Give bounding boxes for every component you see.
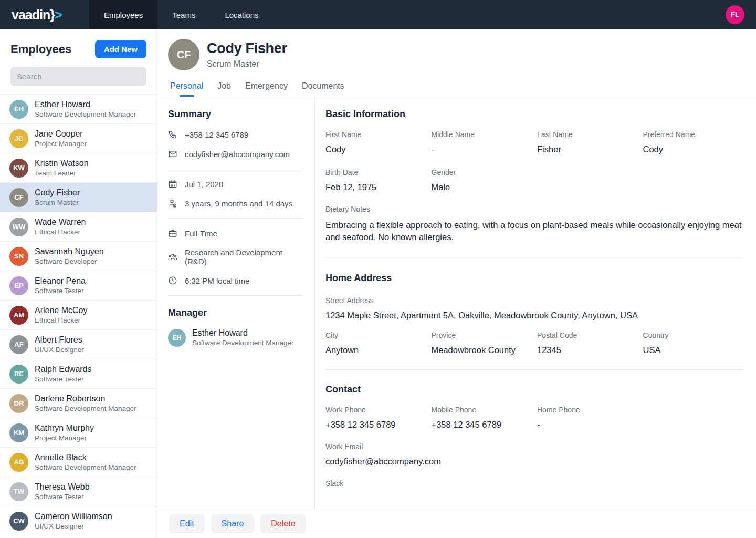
avatar: CW — [9, 512, 28, 531]
search-input[interactable] — [10, 67, 146, 86]
avatar: CF — [9, 188, 28, 207]
avatar: KW — [9, 159, 28, 178]
employee-list-item[interactable]: DR Darlene RobertsonSoftware Development… — [0, 388, 157, 418]
avatar: AF — [9, 335, 28, 354]
employee-list-item[interactable]: TW Theresa WebbSoftware Tester — [0, 477, 157, 506]
vaadin-logo[interactable]: vaadin}> — [0, 7, 89, 23]
avatar: EH — [9, 100, 28, 119]
nav-item-label: Teams — [172, 11, 195, 19]
tab-emergency[interactable]: Emergency — [245, 81, 288, 97]
summary-panel: Summary +358 12 345 6789 codyfisher@abcc… — [158, 97, 315, 509]
employee-list-item[interactable]: AB Annette BlackSoftware Development Man… — [0, 447, 157, 477]
manager-list-item[interactable]: EH Esther HowardSoftware Development Man… — [168, 328, 304, 348]
edit-button[interactable]: Edit — [169, 514, 205, 533]
field-label: Mobile Phone — [432, 406, 532, 414]
employee-list-item[interactable]: AM Arlene McCoyEthical Hacker — [0, 300, 157, 329]
field-value: - — [537, 420, 638, 430]
field-value: Male — [432, 182, 532, 192]
home-address-title: Home Address — [326, 273, 743, 284]
field-province: ProviceMeadowbrook County — [432, 331, 532, 355]
avatar: KM — [9, 423, 28, 442]
delete-button[interactable]: Delete — [260, 514, 306, 533]
employee-list: EH Esther HowardSoftware Development Man… — [0, 94, 157, 538]
summary-title: Summary — [168, 109, 304, 120]
employee-list-item[interactable]: EP Eleanor PenaSoftware Tester — [0, 271, 157, 300]
employee-name: Esther Howard — [35, 99, 136, 109]
employee-role: Project Manager — [35, 433, 94, 443]
action-bar: Edit Share Delete — [158, 509, 756, 538]
employee-name: Albert Flores — [35, 335, 84, 345]
summary-employment-type: Full-Time — [185, 229, 217, 238]
user-avatar[interactable]: FL — [726, 5, 744, 24]
field-label: City — [326, 331, 426, 339]
avatar: SN — [9, 247, 28, 266]
nav-item-label: Employees — [104, 11, 143, 19]
profile-role: Scrum Master — [207, 59, 287, 69]
add-new-button[interactable]: Add New — [95, 40, 146, 58]
divider — [168, 218, 304, 219]
tab-documents[interactable]: Documents — [302, 81, 344, 97]
nav-item-teams[interactable]: Teams — [158, 0, 210, 29]
summary-department-row: Research and Development (R&D) — [168, 248, 304, 266]
employee-list-item[interactable]: AF Albert FloresUI/UX Designer — [0, 329, 157, 359]
employee-list-item-selected[interactable]: CF Cody FisherScrum Master — [0, 182, 157, 212]
field-label: Country — [643, 331, 744, 339]
field-label: Middle Name — [432, 130, 532, 139]
field-label: Work Phone — [326, 406, 426, 414]
tenure-icon — [168, 199, 177, 208]
field-birth-date: Birth DateFeb 12, 1975 — [326, 168, 426, 192]
tab-personal[interactable]: Personal — [170, 81, 203, 97]
field-label: Postal Code — [537, 331, 638, 339]
divider — [326, 369, 743, 370]
nav-item-employees[interactable]: Employees — [89, 0, 158, 29]
employee-list-item[interactable]: WW Wade WarrenEthical Hacker — [0, 212, 157, 241]
mail-icon — [168, 149, 177, 159]
employee-role: UI/UX Designer — [35, 345, 84, 355]
field-value: Cody — [643, 144, 744, 154]
employee-role: Software Development Manager — [35, 404, 136, 413]
field-label: Preferred Name — [643, 130, 744, 139]
app-window: vaadin}> Employees Teams Locations FL Em… — [0, 0, 756, 538]
phone-icon — [168, 130, 177, 139]
tab-job[interactable]: Job — [217, 81, 231, 97]
logo-text: vaadin — [12, 7, 50, 23]
employee-list-item[interactable]: KM Kathryn MurphyProject Manager — [0, 418, 157, 447]
manager-section-title: Manager — [168, 307, 304, 318]
nav-item-locations[interactable]: Locations — [210, 0, 273, 29]
employee-list-item[interactable]: SN Savannah NguyenSoftware Developer — [0, 241, 157, 271]
manager-role: Software Development Manager — [192, 338, 294, 348]
employee-name: Cody Fisher — [35, 188, 80, 198]
avatar: DR — [9, 394, 28, 413]
employee-role: Scrum Master — [35, 198, 80, 208]
basic-info-title: Basic Information — [326, 109, 743, 120]
nav-item-label: Locations — [225, 11, 258, 19]
field-value: Feb 12, 1975 — [326, 182, 426, 192]
summary-start-date: Jul 1, 2020 — [185, 180, 223, 189]
share-button[interactable]: Share — [211, 514, 255, 533]
avatar: RE — [9, 365, 28, 384]
employee-sidebar: Employees Add New EH Esther HowardSoftwa… — [0, 29, 158, 538]
summary-local-time: 6:32 PM local time — [185, 276, 249, 285]
employee-list-item[interactable]: EH Esther HowardSoftware Development Man… — [0, 94, 157, 123]
page-title: Cody Fisher — [207, 40, 287, 57]
top-navbar: vaadin}> Employees Teams Locations FL — [0, 0, 756, 29]
employee-list-item[interactable]: JC Jane CooperProject Manager — [0, 123, 157, 153]
field-first-name: First NameCody — [326, 130, 426, 154]
avatar: JC — [9, 129, 28, 148]
department-icon — [168, 252, 177, 262]
employee-role: Software Development Manager — [35, 110, 136, 119]
field-value: codyfisher@abccompany.com — [326, 457, 743, 467]
employee-role: UI/UX Designer — [35, 522, 112, 531]
logo-arrow-icon: > — [55, 7, 62, 23]
employee-list-item[interactable]: KW Kristin WatsonTeam Leader — [0, 153, 157, 182]
summary-email: codyfisher@abccompany.com — [185, 150, 290, 159]
field-value: - — [432, 144, 532, 154]
profile-avatar: CF — [168, 39, 200, 70]
employee-list-item[interactable]: CW Cameron WilliamsonUI/UX Designer — [0, 506, 157, 535]
employee-list-item[interactable]: RE Ralph EdwardsSoftware Tester — [0, 359, 157, 388]
field-gender: GenderMale — [432, 168, 532, 192]
contact-title: Contact — [326, 384, 743, 395]
field-value: 1234 Maple Street, Apartment 5A, Oakvill… — [326, 311, 743, 320]
employee-name: Darlene Robertson — [35, 394, 136, 404]
field-label: Last Name — [537, 130, 638, 139]
